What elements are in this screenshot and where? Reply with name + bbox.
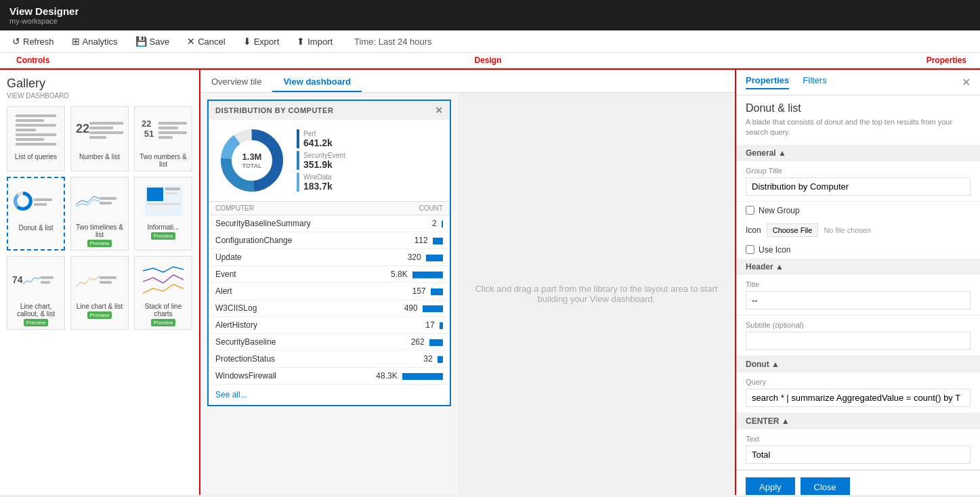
gallery-item-number-list[interactable]: 22 Number & list bbox=[70, 106, 129, 171]
gallery-label-line-chart-list: Line chart & list bbox=[77, 303, 123, 310]
row-bar bbox=[438, 356, 443, 363]
row-count: 48.3K bbox=[347, 368, 450, 385]
gallery-item-stack-line-charts[interactable]: Stack of line charts Preview bbox=[134, 256, 192, 330]
row-bar bbox=[423, 305, 443, 312]
row-computer: Update bbox=[209, 249, 347, 266]
refresh-icon: ↺ bbox=[12, 36, 20, 47]
table-row[interactable]: SecurityBaseline 262 bbox=[209, 334, 450, 351]
main-layout: Gallery VIEW DASHBOARD List of queries bbox=[0, 68, 980, 495]
svg-rect-6 bbox=[165, 192, 177, 194]
properties-close-button[interactable]: ✕ bbox=[962, 76, 971, 89]
donut-group-label: Donut ▲ bbox=[746, 360, 780, 369]
query-input[interactable] bbox=[746, 389, 971, 407]
preview-badge-two-timelines: Preview bbox=[87, 240, 112, 247]
row-bar bbox=[402, 373, 443, 380]
row-computer: WindowsFirewall bbox=[209, 368, 347, 385]
gallery-thumb-line-chart-list bbox=[76, 259, 123, 300]
tab-properties[interactable]: Properties bbox=[746, 75, 789, 89]
table-row[interactable]: ConfigurationChange 112 bbox=[209, 232, 450, 249]
section-labels-row: Controls Design Properties bbox=[0, 53, 980, 68]
table-row[interactable]: AlertHistory 17 bbox=[209, 317, 450, 334]
use-icon-checkbox[interactable] bbox=[746, 245, 754, 254]
gallery-item-two-numbers-list[interactable]: 22 51 Two numbers & list bbox=[134, 106, 192, 171]
row-bar bbox=[442, 221, 443, 228]
row-computer: Alert bbox=[209, 283, 347, 300]
center-group-header: CENTER ▲ bbox=[736, 413, 980, 429]
save-button[interactable]: 💾 Save bbox=[133, 35, 173, 48]
refresh-button[interactable]: ↺ Refresh bbox=[9, 35, 57, 48]
choose-file-button[interactable]: Choose File bbox=[767, 223, 819, 237]
new-group-row: New Group bbox=[736, 202, 980, 219]
col-computer: COMPUTER bbox=[209, 202, 347, 215]
cancel-button[interactable]: ✕ Cancel bbox=[184, 35, 228, 48]
new-group-checkbox[interactable] bbox=[746, 206, 754, 215]
export-button[interactable]: ⬇ Export bbox=[240, 35, 282, 48]
widget-area: DISTRIBUTION BY COMPUTER ✕ bbox=[200, 93, 458, 495]
legend-bar-wiredata bbox=[297, 173, 299, 192]
apply-button[interactable]: Apply bbox=[746, 477, 795, 495]
table-row[interactable]: SecurityBaselineSummary 2 bbox=[209, 215, 450, 232]
design-label: Design bbox=[49, 56, 926, 65]
group-title-input[interactable] bbox=[746, 177, 971, 196]
properties-header: Properties Filters ✕ bbox=[736, 70, 980, 95]
app-title: View Designer bbox=[9, 5, 971, 17]
gallery-item-two-timelines-list[interactable]: Two timelines & list Preview bbox=[70, 177, 129, 251]
properties-footer: Apply Close bbox=[736, 470, 980, 495]
center-text-input[interactable] bbox=[746, 446, 971, 464]
legend-item-perf: Perf 641.2k bbox=[297, 129, 345, 148]
design-content: DISTRIBUTION BY COMPUTER ✕ bbox=[200, 93, 735, 495]
gallery-label-stack-line-charts: Stack of line charts bbox=[137, 303, 189, 318]
analytics-icon: ⊞ bbox=[72, 36, 80, 47]
gallery-item-list-queries[interactable]: List of queries bbox=[7, 106, 65, 171]
preview-badge-line-chart-callout: Preview bbox=[24, 319, 48, 326]
tab-view-dashboard[interactable]: View dashboard bbox=[272, 72, 361, 92]
gallery-item-line-chart-callout[interactable]: 74 Line chart, callout, & list Preview bbox=[7, 256, 65, 330]
svg-rect-8 bbox=[147, 207, 174, 209]
icon-row: Icon Choose File No file chosen bbox=[736, 219, 980, 241]
use-icon-label: Use Icon bbox=[759, 245, 790, 255]
table-row[interactable]: Update 320 bbox=[209, 249, 450, 266]
see-all-link[interactable]: See all... bbox=[209, 385, 450, 405]
title-input[interactable] bbox=[746, 291, 971, 309]
table-row[interactable]: Alert 157 bbox=[209, 283, 450, 300]
tab-filters[interactable]: Filters bbox=[803, 75, 826, 89]
table-row[interactable]: W3CIISLog 490 bbox=[209, 300, 450, 317]
row-count: 2 bbox=[347, 215, 450, 232]
cancel-icon: ✕ bbox=[187, 36, 195, 47]
row-computer: W3CIISLog bbox=[209, 300, 347, 317]
row-computer: SecurityBaseline bbox=[209, 334, 347, 351]
row-count: 17 bbox=[347, 317, 450, 334]
legend-name-perf: Perf bbox=[303, 130, 333, 137]
drop-area-text: Click and drag a part from the library t… bbox=[471, 284, 721, 304]
gallery-thumb-line-chart-callout: 74 bbox=[12, 259, 60, 300]
table-row[interactable]: WindowsFirewall 48.3K bbox=[209, 368, 450, 385]
import-button[interactable]: ⬆ Import bbox=[294, 35, 335, 48]
toolbar: ↺ Refresh ⊞ Analytics 💾 Save ✕ Cancel ⬇ … bbox=[0, 30, 980, 53]
center-group-label: CENTER ▲ bbox=[746, 416, 790, 426]
title-bar: View Designer my-workspace bbox=[0, 0, 980, 30]
analytics-button[interactable]: ⊞ Analytics bbox=[69, 35, 121, 48]
table-row[interactable]: Event 5.8K bbox=[209, 266, 450, 283]
row-bar bbox=[429, 339, 443, 346]
row-bar bbox=[431, 288, 443, 295]
row-count: 262 bbox=[347, 334, 450, 351]
new-group-label: New Group bbox=[759, 206, 800, 215]
gallery-item-line-chart-list[interactable]: Line chart & list Preview bbox=[70, 256, 129, 330]
gallery-thumb-informati bbox=[140, 180, 187, 221]
tab-overview-tile[interactable]: Overview tile bbox=[200, 72, 272, 92]
gallery-item-donut-list[interactable]: Donut & list bbox=[7, 177, 65, 251]
widget-close-button[interactable]: ✕ bbox=[435, 105, 444, 116]
close-button[interactable]: Close bbox=[801, 477, 850, 495]
save-icon: 💾 bbox=[135, 36, 147, 47]
gallery-label-two-numbers-list: Two numbers & list bbox=[137, 153, 189, 168]
widget-title: DISTRIBUTION BY COMPUTER bbox=[215, 106, 333, 114]
row-count: 112 bbox=[347, 232, 450, 249]
subtitle-input[interactable] bbox=[746, 332, 971, 350]
gallery-item-informati[interactable]: Informati... Preview bbox=[134, 177, 192, 251]
gallery-label-line-chart-callout: Line chart, callout, & list bbox=[10, 303, 62, 318]
header-group-header: Header ▲ bbox=[736, 259, 980, 275]
controls-label: Controls bbox=[16, 56, 49, 65]
legend-item-securityevent: SecurityEvent 351.9k bbox=[297, 151, 345, 170]
gallery-label-list-queries: List of queries bbox=[15, 153, 57, 160]
table-row[interactable]: ProtectionStatus 32 bbox=[209, 351, 450, 368]
